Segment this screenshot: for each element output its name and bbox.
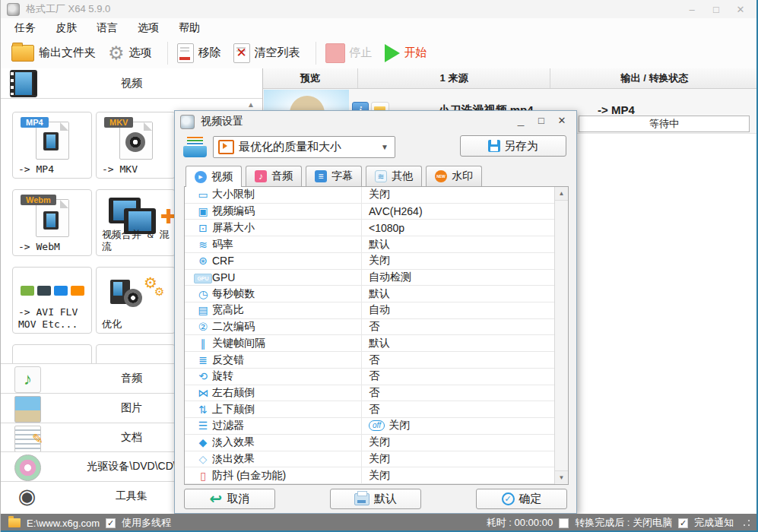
column-header-preview[interactable]: 预览 <box>263 68 358 88</box>
tab-watermark[interactable]: NEW 水印 <box>426 166 482 186</box>
tab-label: 水印 <box>452 169 473 183</box>
tab-other[interactable]: 其他 <box>366 166 422 186</box>
app-icon <box>7 3 20 16</box>
output-path[interactable]: E:\www.x6g.com <box>27 518 100 529</box>
settings-table: ▭大小限制关闭▣视频编码AVC(H264)⊡屏幕大小<1080p≋码率默认⊛CR… <box>184 186 569 485</box>
scroll-down-icon[interactable]: ▼ <box>555 470 568 484</box>
tab-audio[interactable]: 音频 <box>246 166 302 186</box>
setting-value[interactable]: AVC(H264) <box>361 204 555 220</box>
setting-value[interactable]: 关闭 <box>361 467 555 483</box>
card-partial[interactable] <box>96 344 176 363</box>
dialog-title: 视频设置 <box>201 115 243 128</box>
cancel-button[interactable]: ↩ 取消 <box>184 489 275 509</box>
setting-row[interactable]: ⋈左右颠倒否 <box>185 385 555 402</box>
scroll-up-icon[interactable]: ▲ <box>555 187 568 201</box>
setting-row[interactable]: ▤宽高比自动 <box>185 302 555 319</box>
options-button[interactable]: ⚙ 选项 <box>108 44 152 62</box>
setting-row[interactable]: ≣反交错否 <box>185 352 555 369</box>
setting-row[interactable]: ◷每秒帧数默认 <box>185 286 555 302</box>
setting-value[interactable]: off关闭 <box>361 418 555 434</box>
setting-value[interactable]: 自动 <box>361 302 555 318</box>
menu-item[interactable]: 皮肤 <box>56 21 77 35</box>
card-avi-flv-mov[interactable]: -> AVI FLV MOV Etc... <box>12 267 92 334</box>
setting-row[interactable]: ∥关键帧间隔默认 <box>185 335 555 352</box>
tab-video[interactable]: 视频 <box>186 166 242 187</box>
setting-value[interactable]: 否 <box>361 385 555 401</box>
card-webm[interactable]: Webm -> WebM <box>12 189 92 256</box>
setting-value[interactable]: 否 <box>361 369 555 385</box>
film-icon <box>43 132 59 150</box>
setting-row[interactable]: ▯防抖 (白金功能)关闭 <box>185 467 555 484</box>
output-folder-button[interactable]: 输出文件夹 <box>11 45 96 62</box>
dialog-maximize-button[interactable]: □ <box>536 115 547 128</box>
maximize-button[interactable]: □ <box>709 4 723 15</box>
menu-item[interactable]: 任务 <box>14 21 36 35</box>
preset-dropdown[interactable]: 最优化的质量和大小 ▼ <box>213 136 395 158</box>
card-mp4[interactable]: MP4 -> MP4 <box>12 112 92 179</box>
column-header-output[interactable]: 输出 / 转换状态 <box>550 68 758 88</box>
scrollbar[interactable]: ▲ ▼ <box>554 187 568 484</box>
video-category-header[interactable]: 视频 <box>1 68 262 99</box>
save-as-button[interactable]: 另存为 <box>460 135 566 157</box>
tab-label: 其他 <box>392 169 413 183</box>
setting-value[interactable]: 否 <box>361 319 555 335</box>
setting-value[interactable]: 关闭 <box>361 451 555 467</box>
setting-value[interactable]: 默认 <box>361 335 555 351</box>
setting-value[interactable]: <1080p <box>361 220 555 236</box>
setting-row[interactable]: ▭大小限制关闭 <box>185 187 555 204</box>
ok-button[interactable]: ✓ 确定 <box>476 489 567 509</box>
resize-grip[interactable] <box>743 519 750 527</box>
setting-row[interactable]: ◇淡出效果关闭 <box>185 451 555 468</box>
setting-value[interactable]: 关闭 <box>361 187 555 203</box>
watermark-tab-icon: NEW <box>435 170 447 182</box>
start-button[interactable]: 开始 <box>385 44 427 62</box>
setting-value[interactable]: 默认 <box>361 286 555 302</box>
tab-subtitle[interactable]: 字幕 <box>306 166 362 186</box>
dialog-title-bar: 视频设置 ＿ □ ✕ <box>175 111 576 132</box>
rotate-icon: ⟲ <box>194 370 212 382</box>
setting-value[interactable]: 关闭 <box>361 435 555 451</box>
setting-row[interactable]: ⊡屏幕大小<1080p <box>185 220 555 236</box>
card-partial[interactable] <box>12 344 92 363</box>
setting-value[interactable]: 自动检测 <box>361 270 555 286</box>
card-label: 视频合并 & 混流 <box>102 229 172 254</box>
default-button[interactable]: 默认 <box>330 489 421 509</box>
card-mkv[interactable]: MKV -> MKV <box>96 112 176 179</box>
clear-list-button[interactable]: 清空列表 <box>233 43 300 63</box>
stabilize-icon: ▯ <box>194 470 212 482</box>
dialog-minimize-button[interactable]: ＿ <box>515 115 526 128</box>
menu-item[interactable]: 帮助 <box>179 21 200 35</box>
close-button[interactable]: ✕ <box>734 4 747 15</box>
toolbar: 输出文件夹 ⚙ 选项 移除 清空列表 停止 开始 <box>1 37 758 69</box>
setting-row[interactable]: ▣视频编码AVC(H264) <box>185 204 555 220</box>
setting-value[interactable]: 否 <box>361 352 555 368</box>
setting-row[interactable]: ◆淡入效果关闭 <box>185 435 555 451</box>
card-optimize[interactable]: ⚙ ⚙ 优化 <box>96 267 176 334</box>
format-factory-window: 格式工厂 X64 5.9.0 – □ ✕ 任务皮肤语言选项帮助 输出文件夹 ⚙ … <box>0 0 758 532</box>
setting-value[interactable]: 默认 <box>361 236 555 252</box>
setting-row[interactable]: GPUGPU自动检测 <box>185 270 555 287</box>
toolbar-separator <box>167 42 168 65</box>
menu-item[interactable]: 语言 <box>97 21 118 35</box>
card-merge-mux[interactable]: ✚ 视频合并 & 混流 <box>96 189 176 256</box>
preset-tray-icon <box>183 136 207 157</box>
remove-button[interactable]: 移除 <box>177 43 221 63</box>
setting-row[interactable]: ≋码率默认 <box>185 236 555 253</box>
setting-row[interactable]: ⊛CRF关闭 <box>185 253 555 270</box>
dialog-close-button[interactable]: ✕ <box>557 115 567 128</box>
shutdown-after-checkbox[interactable] <box>559 518 569 528</box>
minimize-button[interactable]: – <box>685 4 699 15</box>
card-label: 优化 <box>102 318 172 331</box>
column-header-source[interactable]: 1 来源 <box>358 68 550 88</box>
setting-row[interactable]: ⇅上下颠倒否 <box>185 401 555 418</box>
setting-value[interactable]: 否 <box>361 401 555 417</box>
setting-row[interactable]: ⟲旋转否 <box>185 369 555 385</box>
multithread-checkbox[interactable]: ✓ <box>106 518 116 528</box>
stop-button[interactable]: 停止 <box>325 43 373 63</box>
subtitle-tab-icon <box>315 170 327 182</box>
notify-checkbox[interactable]: ✓ <box>678 518 688 528</box>
menu-item[interactable]: 选项 <box>138 21 159 35</box>
setting-row[interactable]: ②二次编码否 <box>185 319 555 336</box>
setting-value[interactable]: 关闭 <box>361 253 555 269</box>
setting-row[interactable]: ☰过滤器off关闭 <box>185 418 555 435</box>
